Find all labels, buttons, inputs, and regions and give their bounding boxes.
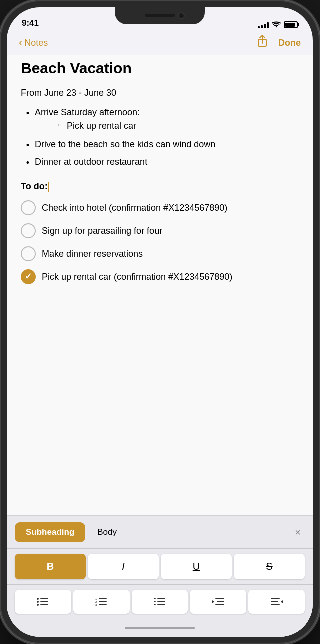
- battery-fill: [286, 23, 295, 27]
- todo-item-4[interactable]: Pick up rental car (confirmation #X12345…: [21, 269, 299, 284]
- status-time: 9:41: [22, 18, 39, 28]
- format-toolbar: Subheading Body ×: [7, 516, 313, 549]
- signal-bar-3: [264, 24, 266, 28]
- camera: [178, 12, 185, 19]
- todo-item-1[interactable]: Check into hotel (confirmation #X1234567…: [21, 200, 299, 215]
- svg-text:3: 3: [96, 603, 98, 606]
- bullet-text-1: Arrive Saturday afternoon: ○ Pick up ren…: [35, 106, 140, 135]
- italic-icon: I: [122, 561, 125, 572]
- svg-rect-10: [99, 598, 107, 599]
- signal-bar-4: [267, 22, 269, 28]
- style-toolbar: B I U S: [7, 549, 313, 585]
- speaker: [145, 14, 175, 17]
- bullet-item-1: • Arrive Saturday afternoon: ○ Pick up r…: [21, 106, 299, 135]
- underline-style-button[interactable]: U: [161, 554, 232, 579]
- svg-rect-11: [99, 601, 107, 602]
- todo-checkbox-4[interactable]: [21, 269, 36, 284]
- svg-rect-13: [154, 598, 156, 599]
- share-button[interactable]: [256, 34, 268, 51]
- svg-rect-17: [158, 601, 166, 602]
- svg-point-1: [37, 598, 39, 600]
- todo-checkbox-3[interactable]: [21, 246, 36, 261]
- svg-rect-14: [154, 601, 156, 602]
- svg-rect-23: [271, 601, 278, 602]
- todo-item-2[interactable]: Sign up for parasailing for four: [21, 223, 299, 238]
- bullet-item-2: • Drive to the beach so the kids can win…: [21, 138, 299, 152]
- phone-frame: 9:41: [0, 0, 320, 644]
- bold-style-button[interactable]: B: [15, 554, 86, 579]
- todo-section: To do: Check into hotel (confirmation #X…: [21, 180, 299, 284]
- todo-text-1: Check into hotel (confirmation #X1234567…: [42, 200, 228, 214]
- strikethrough-icon: S: [266, 561, 272, 572]
- sub-bullet-dot-1: ○: [53, 119, 67, 129]
- back-chevron-icon: ‹: [19, 36, 22, 49]
- todo-text-3: Make dinner reservations: [42, 246, 143, 260]
- svg-rect-6: [40, 604, 48, 605]
- home-indicator: [7, 619, 313, 637]
- back-button[interactable]: ‹ Notes: [19, 36, 48, 49]
- svg-rect-5: [40, 601, 48, 602]
- list-toolbar: 1 2 3: [7, 585, 313, 619]
- note-date-line: From June 23 - June 30: [21, 86, 299, 100]
- wifi-icon: [272, 21, 281, 28]
- svg-rect-24: [271, 604, 280, 605]
- bullet-dot-2: •: [21, 138, 35, 152]
- bullet-dot-3: •: [21, 155, 35, 170]
- svg-rect-19: [216, 598, 224, 599]
- todo-text-4: Pick up rental car (confirmation #X12345…: [42, 269, 232, 283]
- home-bar: [125, 627, 195, 629]
- note-body: From June 23 - June 30 • Arrive Saturday…: [21, 86, 299, 284]
- battery-icon: [284, 21, 298, 28]
- status-icons: [258, 21, 298, 28]
- svg-point-2: [37, 601, 39, 603]
- format-close-button[interactable]: ×: [291, 525, 305, 540]
- strikethrough-style-button[interactable]: S: [234, 554, 305, 579]
- indent-left-button[interactable]: [190, 590, 246, 614]
- dash-list-icon: [154, 597, 166, 607]
- todo-item-3[interactable]: Make dinner reservations: [21, 246, 299, 261]
- svg-rect-12: [99, 604, 107, 605]
- sub-bullet-text-1: Pick up rental car: [67, 119, 136, 133]
- signal-bars: [258, 21, 269, 28]
- bullet-dot-1: •: [21, 106, 35, 120]
- signal-bar-1: [258, 26, 260, 28]
- svg-rect-21: [216, 604, 224, 605]
- indent-right-icon: [271, 597, 283, 607]
- todo-heading: To do:: [21, 180, 299, 193]
- todo-checkbox-2[interactable]: [21, 223, 36, 238]
- indent-right-button[interactable]: [248, 590, 305, 614]
- todo-text-2: Sign up for parasailing for four: [42, 223, 162, 237]
- bullet-text-3: Dinner at outdoor restaurant: [35, 155, 148, 169]
- bullet-list: • Arrive Saturday afternoon: ○ Pick up r…: [21, 106, 299, 170]
- italic-style-button[interactable]: I: [88, 554, 159, 579]
- underline-icon: U: [193, 561, 200, 572]
- back-label: Notes: [24, 38, 48, 48]
- numbered-list-icon: 1 2 3: [96, 597, 108, 607]
- bullet-list-icon: [37, 597, 49, 607]
- signal-bar-2: [261, 25, 263, 28]
- done-button[interactable]: Done: [278, 38, 301, 48]
- nav-right: Done: [256, 34, 301, 51]
- body-format-button[interactable]: Body: [90, 522, 125, 542]
- text-cursor: [48, 182, 50, 192]
- svg-rect-18: [158, 604, 166, 605]
- todo-checkbox-1[interactable]: [21, 200, 36, 215]
- keyboard-area: Subheading Body × B I U S: [7, 515, 313, 637]
- indent-left-icon: [212, 597, 224, 607]
- numbered-list-button[interactable]: 1 2 3: [74, 590, 130, 614]
- bold-icon: B: [47, 561, 54, 572]
- svg-rect-15: [154, 604, 156, 605]
- screen: 9:41: [7, 7, 313, 637]
- bullet-text-2: Drive to the beach so the kids can wind …: [35, 138, 216, 151]
- notch: [115, 7, 205, 24]
- format-divider: [130, 525, 130, 539]
- bullet-item-3: • Dinner at outdoor restaurant: [21, 155, 299, 170]
- svg-point-3: [37, 604, 39, 606]
- svg-rect-20: [217, 601, 224, 602]
- sub-bullet-item-1: ○ Pick up rental car: [53, 119, 140, 133]
- subheading-format-button[interactable]: Subheading: [15, 522, 86, 542]
- note-content[interactable]: Beach Vacation From June 23 - June 30 • …: [7, 55, 313, 515]
- nav-bar: ‹ Notes Done: [7, 32, 313, 55]
- bullet-list-button[interactable]: [15, 590, 72, 614]
- dash-list-button[interactable]: [132, 590, 188, 614]
